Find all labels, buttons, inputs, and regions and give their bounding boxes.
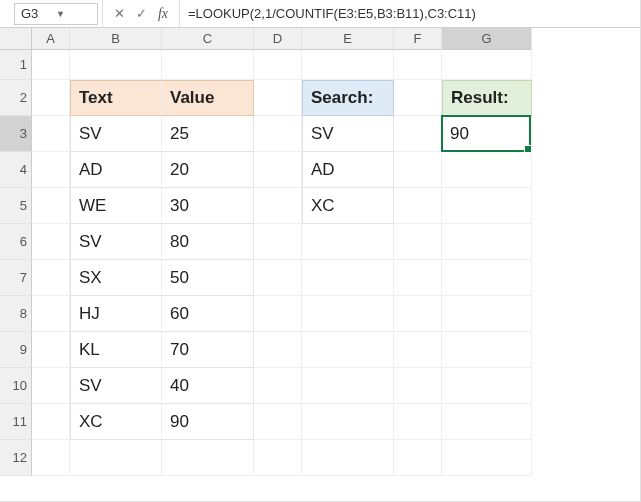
row-11: XC 90 (32, 404, 640, 440)
row-1 (32, 50, 640, 80)
cell-F2[interactable] (394, 80, 442, 116)
cell-C5[interactable]: 30 (162, 188, 254, 224)
row-header-3[interactable]: 3 (0, 116, 32, 152)
column-headers-row: A B C D E F G (0, 28, 640, 50)
cell-G3[interactable]: 90 (442, 116, 532, 152)
row-6: SV 80 (32, 224, 640, 260)
cell-C6[interactable]: 80 (162, 224, 254, 260)
row-3: SV 25 SV 90 (32, 116, 640, 152)
cell-B9[interactable]: KL (70, 332, 162, 368)
row-header-12[interactable]: 12 (0, 440, 32, 476)
cell-C11[interactable]: 90 (162, 404, 254, 440)
select-all-corner[interactable] (0, 28, 32, 50)
row-7: SX 50 (32, 260, 640, 296)
cell-E4[interactable]: AD (302, 152, 394, 188)
header-search[interactable]: Search: (302, 80, 394, 116)
cell-C3[interactable]: 25 (162, 116, 254, 152)
cell-C8[interactable]: 60 (162, 296, 254, 332)
row-5: WE 30 XC (32, 188, 640, 224)
spreadsheet-app: G3 ▼ ✕ ✓ fx =LOOKUP(2,1/COUNTIF(E3:E5,B3… (0, 0, 641, 502)
cell-A2[interactable] (32, 80, 70, 116)
formula-text: =LOOKUP(2,1/COUNTIF(E3:E5,B3:B11),C3:C11… (188, 6, 476, 21)
col-header-F[interactable]: F (394, 28, 442, 50)
row-12 (32, 440, 640, 476)
row-10: SV 40 (32, 368, 640, 404)
cell-C4[interactable]: 20 (162, 152, 254, 188)
row-header-9[interactable]: 9 (0, 332, 32, 368)
col-header-A[interactable]: A (32, 28, 70, 50)
row-header-5[interactable]: 5 (0, 188, 32, 224)
cell-B5[interactable]: WE (70, 188, 162, 224)
row-8: HJ 60 (32, 296, 640, 332)
row-4: AD 20 AD (32, 152, 640, 188)
cell-E3[interactable]: SV (302, 116, 394, 152)
cancel-icon[interactable]: ✕ (109, 4, 129, 24)
header-value[interactable]: Value (162, 80, 254, 116)
row-header-6[interactable]: 6 (0, 224, 32, 260)
cell-C10[interactable]: 40 (162, 368, 254, 404)
row-header-2[interactable]: 2 (0, 80, 32, 116)
header-text[interactable]: Text (70, 80, 162, 116)
chevron-down-icon[interactable]: ▼ (56, 9, 91, 19)
row-2: Text Value Search: Result: (32, 80, 640, 116)
row-header-11[interactable]: 11 (0, 404, 32, 440)
grid: A B C D E F G 1 2 3 4 5 6 7 8 9 10 11 12 (0, 28, 640, 501)
col-header-D[interactable]: D (254, 28, 302, 50)
col-header-B[interactable]: B (70, 28, 162, 50)
cell-C7[interactable]: 50 (162, 260, 254, 296)
col-header-C[interactable]: C (162, 28, 254, 50)
cell-E5[interactable]: XC (302, 188, 394, 224)
cell-B6[interactable]: SV (70, 224, 162, 260)
formula-bar-buttons: ✕ ✓ fx (102, 0, 179, 27)
cells-area[interactable]: Text Value Search: Result: SV 25 SV 90 (32, 50, 640, 501)
row-header-10[interactable]: 10 (0, 368, 32, 404)
row-header-4[interactable]: 4 (0, 152, 32, 188)
cell-C9[interactable]: 70 (162, 332, 254, 368)
row-9: KL 70 (32, 332, 640, 368)
formula-bar: G3 ▼ ✕ ✓ fx =LOOKUP(2,1/COUNTIF(E3:E5,B3… (0, 0, 640, 28)
cell-B11[interactable]: XC (70, 404, 162, 440)
cell-B3[interactable]: SV (70, 116, 162, 152)
row-header-7[interactable]: 7 (0, 260, 32, 296)
cell-B4[interactable]: AD (70, 152, 162, 188)
confirm-icon[interactable]: ✓ (131, 4, 151, 24)
row-header-1[interactable]: 1 (0, 50, 32, 80)
col-header-E[interactable]: E (302, 28, 394, 50)
cell-B7[interactable]: SX (70, 260, 162, 296)
name-box-value: G3 (21, 6, 56, 21)
cell-B8[interactable]: HJ (70, 296, 162, 332)
formula-input[interactable]: =LOOKUP(2,1/COUNTIF(E3:E5,B3:B11),C3:C11… (179, 0, 640, 27)
header-result[interactable]: Result: (442, 80, 532, 116)
cell-D2[interactable] (254, 80, 302, 116)
row-headers: 1 2 3 4 5 6 7 8 9 10 11 12 (0, 50, 32, 501)
cell-B10[interactable]: SV (70, 368, 162, 404)
name-box[interactable]: G3 ▼ (14, 3, 98, 25)
fx-icon[interactable]: fx (153, 4, 173, 24)
row-header-8[interactable]: 8 (0, 296, 32, 332)
col-header-G[interactable]: G (442, 28, 532, 50)
